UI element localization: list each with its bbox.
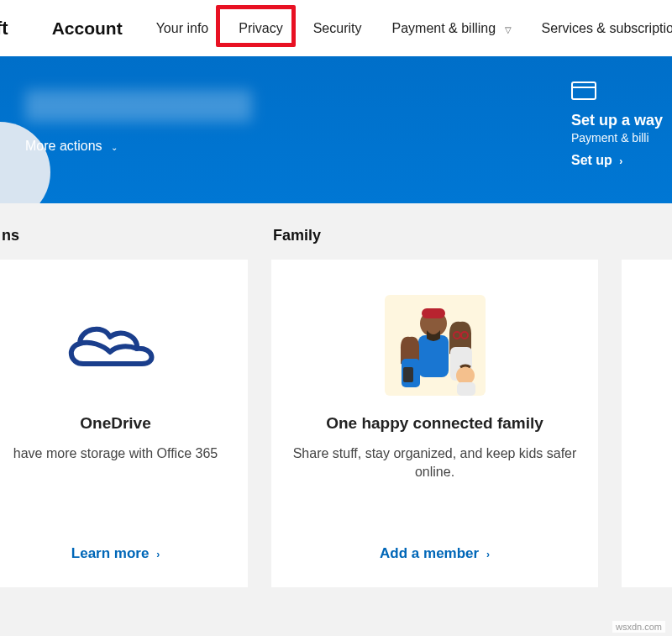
nav-privacy[interactable]: Privacy	[223, 13, 297, 45]
family-illustration	[385, 295, 486, 396]
more-actions-button[interactable]: More actions ⌄	[25, 139, 118, 154]
card-onedrive-title: OneDrive	[80, 414, 150, 433]
more-actions-label: More actions	[25, 139, 102, 153]
chevron-right-icon: ›	[486, 549, 490, 560]
card-onedrive-desc: have more storage with Office 365	[13, 444, 218, 463]
promo-setup-label: Set up	[571, 153, 612, 167]
section-heading-family: Family	[271, 227, 598, 244]
section-heading-left: ns	[0, 227, 248, 244]
section-heading-edge	[622, 227, 672, 244]
onedrive-icon	[61, 295, 171, 396]
card-family-link[interactable]: Add a member ›	[380, 545, 490, 562]
chevron-right-icon: ›	[619, 155, 622, 167]
section-edge	[622, 227, 672, 636]
promo-subtitle: Payment & billi	[571, 131, 669, 145]
card-onedrive-link[interactable]: Learn more ›	[71, 545, 160, 562]
avatar	[0, 122, 50, 203]
svg-rect-13	[457, 382, 475, 396]
watermark: wsxdn.com	[612, 621, 665, 633]
card-edge-fragment	[622, 260, 672, 587]
svg-rect-11	[403, 367, 413, 382]
nav-your-info[interactable]: Your info	[141, 13, 224, 45]
nav-security[interactable]: Security	[298, 13, 377, 45]
user-name-redacted	[25, 90, 252, 122]
top-nav: ft Account Your info Privacy Security Pa…	[0, 0, 672, 56]
card-family-title: One happy connected family	[326, 414, 543, 433]
section-family: Family	[271, 227, 598, 636]
svg-rect-4	[418, 335, 449, 377]
payment-card-icon	[571, 81, 669, 103]
promo-title: Set up a way	[571, 112, 669, 129]
brand-fragment: ft	[0, 18, 8, 39]
nav-payment-billing[interactable]: Payment & billing ▽	[376, 13, 526, 45]
card-family-link-label: Add a member	[380, 545, 479, 561]
nav-payment-billing-label: Payment & billing	[391, 21, 496, 35]
hero-promo-card: Set up a way Payment & billi Set up ›	[571, 81, 672, 168]
card-family: One happy connected family Share stuff, …	[271, 260, 598, 587]
nav-title-account[interactable]: Account	[52, 18, 123, 39]
card-onedrive: OneDrive have more storage with Office 3…	[0, 260, 248, 587]
chevron-down-icon: ▽	[505, 25, 512, 34]
section-left: ns OneDrive have more storage with Offic…	[0, 227, 248, 636]
chevron-right-icon: ›	[156, 549, 160, 560]
promo-setup-link[interactable]: Set up ›	[571, 153, 669, 168]
hero-banner: More actions ⌄ Set up a way Payment & bi…	[0, 56, 672, 203]
sections-row: ns OneDrive have more storage with Offic…	[0, 203, 672, 636]
chevron-down-icon: ⌄	[111, 143, 118, 152]
card-onedrive-link-label: Learn more	[71, 545, 150, 561]
svg-point-12	[456, 366, 475, 385]
svg-rect-0	[572, 82, 596, 99]
nav-services-subscriptions[interactable]: Services & subscriptions	[527, 13, 672, 45]
svg-rect-3	[422, 308, 445, 318]
card-family-desc: Share stuff, stay organized, and keep ki…	[291, 444, 578, 482]
